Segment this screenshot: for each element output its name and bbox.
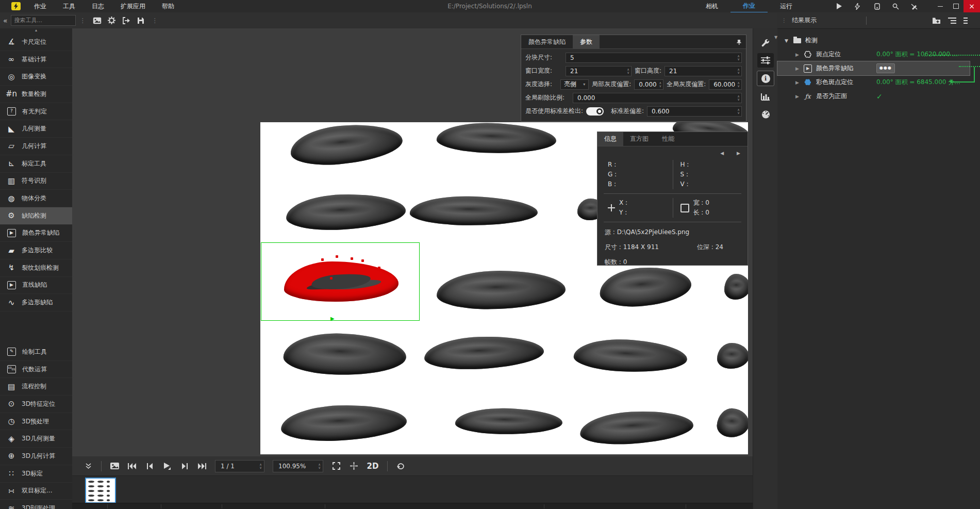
window-height-input[interactable]: 21∧∨ (665, 66, 742, 76)
sidebar-item[interactable]: ▶直线缺陷 (0, 277, 72, 294)
sidebar-item[interactable]: ◣几何测量 (0, 120, 72, 138)
next-frame-button[interactable] (176, 458, 193, 474)
image-source-button[interactable] (106, 458, 123, 474)
spinner-icon[interactable]: ∧∨ (625, 68, 629, 74)
sidebar-item[interactable]: ≋3D剖面处理 (0, 500, 72, 509)
sidebar-item[interactable]: ◍物体分类 (0, 190, 72, 207)
info-tab[interactable]: 信息 (597, 132, 623, 146)
run-continuous-icon[interactable] (850, 0, 865, 12)
global-reject-input[interactable]: 0.000∧∨ (573, 93, 742, 103)
mode-tab[interactable]: 运行 (768, 0, 805, 12)
sidebar-item[interactable]: ∞基础计算 (0, 51, 72, 69)
spinner-icon[interactable]: ∧∨ (735, 68, 740, 74)
search-icon[interactable] (888, 0, 903, 12)
sidebar-item[interactable]: ∡卡尺定位 (0, 34, 72, 51)
loop-button[interactable] (392, 458, 409, 474)
mode-2d-button[interactable]: 2D (362, 458, 383, 474)
expand-icon[interactable]: ▶ (795, 80, 801, 85)
local-offset-input[interactable]: 0.000∧∨ (634, 79, 663, 90)
info-tab[interactable]: 性能 (655, 132, 681, 146)
std-detect-toggle[interactable] (586, 107, 604, 116)
export-button[interactable] (119, 14, 134, 27)
block-size-input[interactable]: 5∧∨ (566, 53, 742, 63)
fit-view-button[interactable] (327, 458, 345, 474)
first-frame-button[interactable] (123, 458, 141, 474)
sidebar-item[interactable]: ▤流程控制 (0, 378, 72, 396)
menu-item[interactable]: 帮助 (154, 3, 182, 10)
settings-gear-icon[interactable] (105, 14, 119, 27)
global-offset-input[interactable]: 60.000∧∨ (709, 79, 742, 90)
tree-row[interactable]: ▶斑点定位0.00° 面积 = 10620.000 ... (777, 47, 980, 61)
roi-handle-icon[interactable]: ▶ (330, 316, 335, 321)
sidebar-item[interactable]: #n数量检测 (0, 86, 72, 103)
spinner-icon[interactable]: ∧∨ (735, 95, 740, 101)
mode-tab[interactable]: 作业 (730, 0, 768, 13)
sliders-icon[interactable] (757, 53, 774, 68)
tree-root-row[interactable]: ▼ 检测 (777, 34, 980, 47)
list-view-icon[interactable] (964, 17, 968, 24)
sidebar-item[interactable]: ⊙3D特征定位 (0, 396, 72, 413)
collapse-sidebar-button[interactable]: « (3, 17, 8, 25)
frame-thumbnail[interactable] (85, 478, 116, 503)
zoom-level-field[interactable]: 100.95%∧∨ (273, 460, 323, 472)
performance-gauge-icon[interactable] (757, 107, 774, 121)
add-folder-icon[interactable] (932, 17, 941, 24)
expand-icon[interactable]: ▶ (795, 66, 801, 71)
tool-search-input[interactable] (11, 15, 76, 26)
save-button[interactable] (134, 14, 148, 27)
expand-icon[interactable]: ▶ (795, 52, 801, 57)
play-button[interactable] (158, 458, 176, 474)
param-tab[interactable]: 参数 (573, 35, 600, 48)
gray-select-dropdown[interactable]: 亮侧▾ (560, 79, 589, 90)
window-width-input[interactable]: 21∧∨ (566, 66, 632, 76)
tree-row[interactable]: ▶ƒx是否为正面✓ (777, 89, 980, 103)
global-image-button[interactable] (90, 14, 105, 27)
roi-rectangle[interactable] (261, 242, 420, 321)
minimize-button[interactable] (933, 0, 948, 12)
drag-handle-icon[interactable]: ⋮ (782, 18, 787, 23)
sidebar-item[interactable]: ?有无判定 (0, 103, 72, 121)
sidebar-item[interactable]: ▰多边形比较 (0, 242, 72, 259)
info-tab-icon[interactable]: i (757, 71, 774, 86)
tree-row[interactable]: ▶▶颜色异常缺陷●●● (777, 61, 970, 75)
tree-view-icon[interactable] (948, 17, 956, 24)
run-once-icon[interactable] (831, 0, 846, 12)
prev-page-icon[interactable]: ◀ (720, 151, 724, 156)
sidebar-item[interactable]: ◷3D预处理 (0, 413, 72, 431)
next-page-icon[interactable]: ▶ (737, 151, 740, 156)
sidebar-item[interactable]: ⚙缺陷检测 (0, 207, 72, 225)
menu-item[interactable]: 工具 (55, 3, 84, 10)
sidebar-item[interactable]: ↯裂纹划痕检测 (0, 259, 72, 277)
sidebar-item[interactable]: ✎绘制工具 (0, 343, 72, 361)
more-button[interactable]: ●●● (876, 63, 895, 73)
spinner-icon[interactable]: ∧∨ (735, 81, 740, 88)
sidebar-item[interactable]: ▥符号识别 (0, 173, 72, 190)
spinner-icon[interactable]: ∧∨ (316, 463, 321, 469)
collapse-playbar-icon[interactable] (79, 458, 97, 474)
spinner-icon[interactable]: ∧∨ (735, 55, 740, 61)
tree-row[interactable]: ▶彩色斑点定位0.00° 面积 = 6845.000 分... (777, 75, 980, 89)
sidebar-item[interactable]: ⊾标定工具 (0, 155, 72, 173)
sidebar-item[interactable]: ▱几何计算 (0, 138, 72, 155)
panel-collapse-icon[interactable]: ▼ (774, 35, 777, 40)
wrench-icon[interactable] (757, 36, 774, 50)
sidebar-item[interactable]: ◈3D几何测量 (0, 430, 72, 448)
frame-counter[interactable]: 1 / 1∧∨ (215, 460, 264, 472)
spinner-icon[interactable]: ∧∨ (735, 108, 740, 114)
collapse-icon[interactable]: ▼ (785, 38, 790, 43)
param-tab[interactable]: 颜色异常缺陷 (521, 35, 573, 48)
menu-item[interactable]: 扩展应用 (112, 3, 154, 10)
menu-item[interactable]: 作业 (26, 3, 55, 10)
center-view-button[interactable] (345, 458, 362, 474)
prev-frame-button[interactable] (141, 458, 158, 474)
std-dev-input[interactable]: 0.600∧∨ (647, 106, 742, 117)
spinner-icon[interactable]: ∧∨ (257, 463, 262, 469)
dongle-icon[interactable] (869, 0, 885, 12)
maximize-button[interactable] (948, 0, 964, 12)
pin-icon[interactable] (736, 39, 742, 45)
histogram-icon[interactable] (757, 89, 774, 104)
sidebar-item[interactable]: ∿多边形缺陷 (0, 294, 72, 311)
sidebar-item[interactable]: ¹⁰₀₁代数运算 (0, 361, 72, 379)
sidebar-item[interactable]: ∷3D标定 (0, 465, 72, 483)
menu-item[interactable]: 日志 (84, 3, 112, 10)
